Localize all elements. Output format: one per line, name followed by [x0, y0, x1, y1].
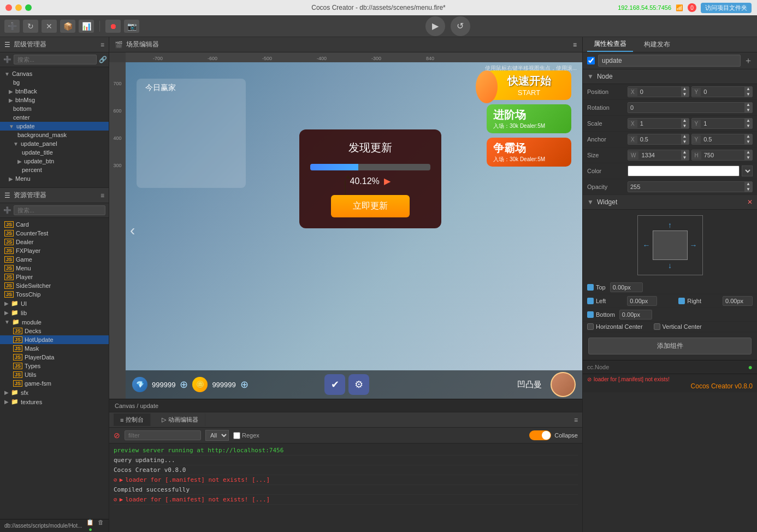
tree-item-update-btn[interactable]: ▶update_btn [0, 157, 109, 165]
tree-item-update[interactable]: ▼update [0, 122, 109, 131]
widget-bottom-arrow[interactable]: ↓ [668, 261, 672, 270]
chart-button[interactable]: 📊 [79, 20, 94, 33]
rotation-up[interactable]: ▲ [744, 102, 752, 108]
scale-y-input[interactable] [701, 119, 744, 128]
anchor-x-input[interactable] [638, 135, 681, 144]
color-dropdown[interactable]: ▼ [742, 165, 753, 176]
right-checkbox[interactable] [678, 298, 685, 304]
expand-icon[interactable]: ▶ [120, 476, 123, 483]
size-h-input[interactable] [702, 151, 744, 159]
record-button[interactable]: ⏺ [105, 20, 121, 33]
mid-level-button[interactable]: 进阶场 入场：30k Dealer:5M [487, 104, 571, 133]
add-node-icon[interactable]: ➕ [3, 56, 11, 63]
tree-item-canvas[interactable]: ▼Canvas [0, 69, 109, 78]
add-coins1-button[interactable]: ⊕ [180, 379, 188, 391]
node-section-header[interactable]: ▼ Node [583, 69, 757, 84]
widget-delete-icon[interactable]: ✕ [747, 198, 753, 206]
scene-menu[interactable]: ≡ [573, 41, 577, 49]
left-value-input[interactable] [627, 296, 657, 306]
scale-x-input[interactable] [638, 119, 681, 128]
anchor-y-up[interactable]: ▲ [744, 134, 752, 139]
hierarchy-menu-icon[interactable]: ≡ [100, 41, 104, 49]
link-icon[interactable]: 🔗 [99, 56, 107, 63]
asset-sfx[interactable]: ▶📁sfx [0, 388, 109, 397]
asset-game[interactable]: JSGame [0, 255, 109, 264]
tree-item-btnback[interactable]: ▶btnBack [0, 87, 109, 96]
asset-dealer[interactable]: JSDealer [0, 238, 109, 246]
position-y-input[interactable] [701, 87, 744, 96]
position-x-input[interactable] [638, 87, 681, 96]
hierarchy-search-input[interactable] [14, 55, 97, 64]
tree-item-update-title[interactable]: update_title [0, 148, 109, 157]
position-y-up[interactable]: ▲ [744, 86, 752, 92]
opacity-down[interactable]: ▼ [744, 187, 752, 192]
asset-utils[interactable]: JSUtils [0, 370, 109, 379]
anchor-x-down[interactable]: ▼ [681, 139, 689, 145]
tree-item-bg[interactable]: bg [0, 78, 109, 87]
tree-item-update-panel[interactable]: ▼update_panel [0, 139, 109, 148]
asset-game-fsm[interactable]: JSgame-fsm [0, 379, 109, 388]
asset-module[interactable]: ▼📁module [0, 317, 109, 327]
size-w-up[interactable]: ▲ [681, 150, 689, 155]
horiz-center-checkbox[interactable] [587, 323, 594, 330]
bottom-checkbox[interactable] [587, 311, 594, 318]
asset-mask[interactable]: JSMask [0, 344, 109, 353]
filter-input[interactable] [125, 430, 201, 440]
top-value-input[interactable] [610, 282, 643, 292]
tab-console[interactable]: ≡ 控制台 [114, 413, 151, 426]
asset-fxplayer[interactable]: JSFXPlayer [0, 246, 109, 255]
scale-x-down[interactable]: ▼ [681, 123, 689, 129]
asset-player[interactable]: JSPlayer [0, 273, 109, 281]
opacity-input[interactable] [628, 182, 744, 191]
anchor-x-up[interactable]: ▲ [681, 134, 689, 139]
asset-lib[interactable]: ▶📁lib [0, 308, 109, 317]
record-icon[interactable]: ● [88, 526, 92, 532]
asset-decks[interactable]: JSDecks [0, 327, 109, 335]
right-value-input[interactable] [723, 296, 753, 306]
left-checkbox[interactable] [587, 298, 594, 304]
back-arrow[interactable]: ‹ [130, 222, 135, 239]
add-coins2-button[interactable]: ⊕ [240, 379, 249, 391]
tree-item-bg-mask[interactable]: background_mask [0, 131, 109, 139]
anchor-y-down[interactable]: ▼ [744, 139, 752, 145]
delete-icon[interactable]: 🗑 [98, 519, 104, 525]
close-button[interactable] [5, 4, 12, 11]
refresh-button[interactable]: ↻ [23, 20, 38, 33]
size-h-up[interactable]: ▲ [744, 150, 752, 155]
position-x-down[interactable]: ▼ [681, 92, 689, 97]
asset-types[interactable]: JSTypes [0, 362, 109, 370]
asset-card[interactable]: JSCard [0, 220, 109, 229]
position-y-down[interactable]: ▼ [744, 92, 752, 97]
update-now-button[interactable]: 立即更新 [331, 195, 410, 217]
tree-item-bottom[interactable]: bottom [0, 104, 109, 113]
console-menu-icon[interactable]: ≡ [574, 416, 578, 424]
widget-section-header[interactable]: ▼ Widget ✕ [583, 195, 757, 210]
asset-countertest[interactable]: JSCounterTest [0, 229, 109, 238]
color-picker[interactable] [628, 165, 740, 176]
scale-x-up[interactable]: ▲ [681, 118, 689, 123]
add-component-button[interactable]: 添加组件 [588, 338, 752, 354]
scene-editor[interactable]: -700 -600 -500 -400 -300 840 700 600 400… [109, 52, 582, 399]
widget-right-arrow[interactable]: → [690, 241, 697, 250]
regex-checkbox[interactable] [233, 432, 240, 439]
widget-top-arrow[interactable]: ↑ [668, 221, 672, 229]
tab-inspector[interactable]: 属性检查器 [587, 37, 633, 52]
size-w-down[interactable]: ▼ [681, 155, 689, 161]
play-button[interactable]: ▶ [425, 16, 445, 36]
settings-icon[interactable]: ⚙ [348, 374, 369, 395]
add-component-icon[interactable]: ＋ [744, 55, 753, 67]
reload-button[interactable]: ↺ [451, 16, 470, 36]
minimize-button[interactable] [15, 4, 22, 11]
assets-search-input[interactable] [14, 205, 105, 215]
camera-button[interactable]: 📷 [124, 20, 139, 33]
scale-y-down[interactable]: ▼ [744, 123, 752, 129]
scale-y-up[interactable]: ▲ [744, 118, 752, 123]
tree-item-btnmsg[interactable]: ▶btnMsg [0, 96, 109, 104]
node-enabled-checkbox[interactable] [587, 57, 595, 64]
filter-select[interactable]: All [205, 430, 229, 441]
bottom-value-input[interactable] [619, 310, 652, 320]
tree-item-menu[interactable]: ▶Menu [0, 174, 109, 183]
log-error-line[interactable]: ⊘ ▶ loader for [.manifest] not exists! [… [114, 475, 578, 485]
notification-badge[interactable]: 0 [688, 3, 696, 12]
tab-build[interactable]: 构建发布 [637, 38, 677, 51]
